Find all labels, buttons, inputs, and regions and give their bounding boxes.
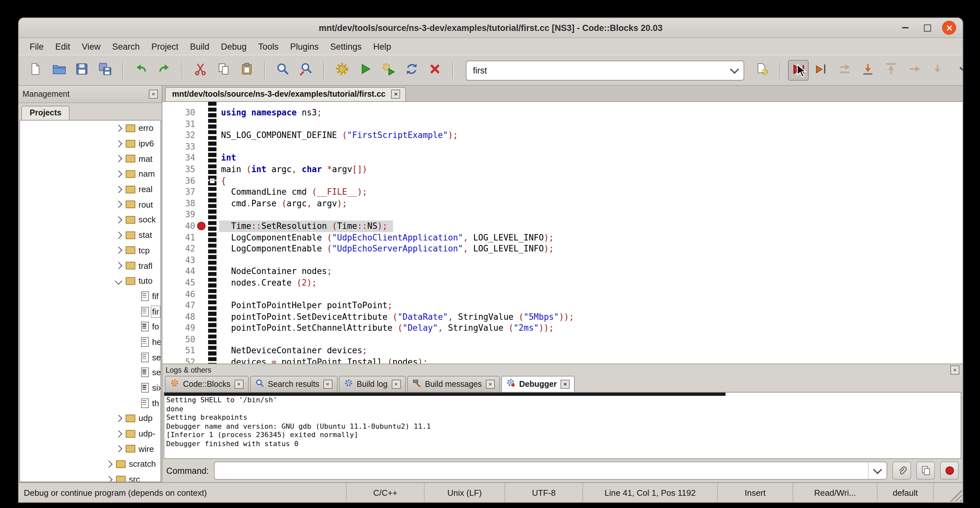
line-number[interactable]: 50 xyxy=(162,334,195,345)
line-number[interactable]: 39 xyxy=(162,209,195,220)
chevron-right-icon[interactable] xyxy=(115,414,123,422)
command-dropdown-button[interactable] xyxy=(868,462,886,479)
log-tab-build-log[interactable]: Build log× xyxy=(339,376,406,392)
build-target-dropdown-button[interactable] xyxy=(725,61,743,80)
menu-help[interactable]: Help xyxy=(368,40,397,53)
build-target-input[interactable] xyxy=(466,65,725,75)
project-tree[interactable]: erroipv6matnamrealroutsockstattcptrafltu… xyxy=(19,120,161,482)
step-into-instruction-button[interactable] xyxy=(927,60,948,81)
menu-settings[interactable]: Settings xyxy=(325,40,368,53)
rebuild-button[interactable] xyxy=(401,60,422,81)
command-combobox[interactable] xyxy=(214,462,887,479)
line-number[interactable]: 42 xyxy=(162,243,195,254)
tree-item-nam[interactable]: nam xyxy=(20,166,161,182)
menu-project[interactable]: Project xyxy=(146,40,184,53)
log-tab-search-results[interactable]: Search results× xyxy=(250,376,337,392)
abort-button[interactable] xyxy=(425,60,445,81)
line-number[interactable]: 48 xyxy=(162,311,195,322)
tree-item-tcp[interactable]: tcp xyxy=(20,243,161,258)
log-tab-close-button[interactable]: × xyxy=(323,379,332,389)
menu-debug[interactable]: Debug xyxy=(215,40,253,53)
menu-search[interactable]: Search xyxy=(106,40,146,53)
chevron-right-icon[interactable] xyxy=(115,201,123,208)
line-number[interactable]: 45 xyxy=(162,277,195,288)
chevron-down-icon[interactable] xyxy=(115,277,123,285)
minimize-button[interactable] xyxy=(898,21,912,35)
line-number[interactable]: 49 xyxy=(162,323,195,334)
line-number[interactable]: 52 xyxy=(162,357,195,364)
breakpoint-marker[interactable] xyxy=(197,222,205,230)
chevron-right-icon[interactable] xyxy=(115,124,123,132)
line-number[interactable]: 37 xyxy=(162,186,195,197)
line-number[interactable]: 46 xyxy=(162,288,195,300)
tree-item-he[interactable]: he xyxy=(20,334,161,349)
line-number[interactable]: 43 xyxy=(162,254,195,266)
replace-button[interactable] xyxy=(296,60,317,81)
log-tab-close-button[interactable]: × xyxy=(234,379,243,389)
stop-debugger-button[interactable] xyxy=(940,462,959,479)
line-number[interactable]: 36 xyxy=(162,175,195,186)
next-instruction-button[interactable] xyxy=(904,60,924,81)
chevron-right-icon[interactable] xyxy=(115,247,123,254)
tree-item-fif[interactable]: fif xyxy=(20,288,161,304)
tree-item-fir[interactable]: fir xyxy=(20,304,161,319)
chevron-right-icon[interactable] xyxy=(115,140,123,147)
log-tab-close-button[interactable]: × xyxy=(560,379,570,389)
tree-item-mat[interactable]: mat xyxy=(20,151,161,166)
line-number[interactable]: 41 xyxy=(162,232,195,243)
chevron-right-icon[interactable] xyxy=(115,430,123,437)
title-bar[interactable]: mnt/dev/tools/source/ns-3-dev/examples/t… xyxy=(19,18,963,38)
redo-button[interactable] xyxy=(154,60,175,81)
tree-item-ipv6[interactable]: ipv6 xyxy=(20,136,161,151)
build-and-run-button[interactable] xyxy=(378,60,399,81)
line-number[interactable]: 44 xyxy=(162,266,195,277)
line-number[interactable]: 30 xyxy=(162,107,195,118)
editor-tab-close-button[interactable]: × xyxy=(391,89,401,99)
tree-item-six[interactable]: six xyxy=(20,380,161,395)
copy-button[interactable] xyxy=(213,60,234,81)
chevron-right-icon[interactable] xyxy=(115,231,123,239)
log-tab-close-button[interactable]: × xyxy=(391,379,401,389)
tree-item-erro[interactable]: erro xyxy=(20,121,161,136)
management-close-button[interactable]: × xyxy=(149,89,158,99)
tree-item-rout[interactable]: rout xyxy=(20,197,161,212)
tree-item-th[interactable]: th xyxy=(20,395,161,411)
tree-item-udp[interactable]: udp xyxy=(20,411,161,426)
line-number[interactable]: 34 xyxy=(162,153,195,164)
tab-projects[interactable]: Projects xyxy=(21,106,70,120)
fold-marker[interactable]: − xyxy=(209,178,215,183)
tree-item-wire[interactable]: wire xyxy=(20,441,161,456)
line-number[interactable]: 51 xyxy=(162,345,195,357)
resize-grip[interactable] xyxy=(946,483,963,502)
logs-close-button[interactable]: × xyxy=(950,365,959,374)
tree-item-tuto[interactable]: tuto xyxy=(20,273,161,288)
log-tab-debugger[interactable]: Debugger× xyxy=(501,376,575,392)
menu-build[interactable]: Build xyxy=(184,40,215,53)
chevron-right-icon[interactable] xyxy=(115,186,123,193)
code-editor[interactable]: 30using namespace ns3;3132NS_LOG_COMPONE… xyxy=(162,102,963,364)
chevron-right-icon[interactable] xyxy=(105,460,113,468)
step-out-button[interactable] xyxy=(881,60,901,81)
tree-item-sock[interactable]: sock xyxy=(20,212,161,227)
chevron-right-icon[interactable] xyxy=(115,155,123,162)
log-tab-build-messages[interactable]: Build messages× xyxy=(407,376,500,392)
maximize-button[interactable] xyxy=(920,21,934,35)
log-tab-close-button[interactable]: × xyxy=(486,379,495,389)
line-number[interactable]: 38 xyxy=(162,198,195,209)
line-number[interactable]: 31 xyxy=(162,118,195,130)
close-button[interactable] xyxy=(942,21,956,35)
line-number[interactable]: 35 xyxy=(162,164,195,175)
command-input[interactable] xyxy=(215,462,868,479)
toolbar-overflow-button[interactable] xyxy=(953,60,963,81)
debugger-log[interactable]: Setting SHELL to '/bin/sh'doneSetting br… xyxy=(164,392,961,459)
line-number[interactable]: 40 xyxy=(162,220,195,232)
next-line-button[interactable] xyxy=(834,60,855,81)
menu-view[interactable]: View xyxy=(76,40,106,53)
build-target-select[interactable] xyxy=(466,60,744,80)
menu-file[interactable]: File xyxy=(24,40,49,53)
editor-tab-first-cc[interactable]: mnt/dev/tools/source/ns-3-dev/examples/t… xyxy=(165,87,406,101)
cut-button[interactable] xyxy=(190,60,211,81)
new-file-button[interactable] xyxy=(25,60,46,81)
build-button[interactable] xyxy=(332,60,352,81)
chevron-right-icon[interactable] xyxy=(105,476,113,482)
